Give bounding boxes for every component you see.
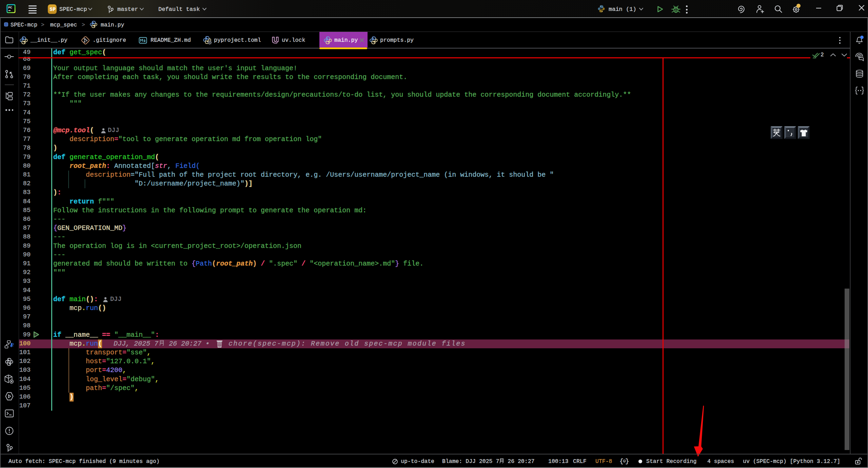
svg-text:PC: PC (8, 6, 12, 9)
